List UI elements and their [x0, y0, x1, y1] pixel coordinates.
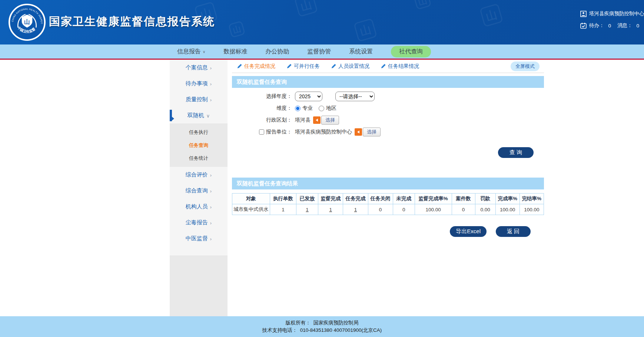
table-row: 城市集中式供水 1 1 1 1 0 0 100.00 0 0.00 100.00… — [232, 204, 544, 215]
cell-link[interactable]: 1 — [306, 207, 309, 212]
nav-item-label: 数据标准 — [223, 48, 247, 56]
message-count[interactable]: 0 — [637, 23, 640, 29]
cell-link[interactable]: 1 — [354, 207, 357, 212]
nav-item-label: 监督协管 — [307, 48, 331, 56]
chevron-right-icon: › — [210, 188, 212, 194]
cell-supervision-done-link[interactable]: 1 — [318, 204, 343, 215]
sidebar-item-comprehensive-query[interactable]: 综合查询› — [170, 183, 228, 199]
sidebar-subitem-task-query[interactable]: 任务查询 — [170, 139, 228, 152]
chevron-right-icon: › — [210, 220, 212, 226]
col-header: 罚款 — [475, 194, 495, 204]
sidebar-item-double-random[interactable]: 双随机∨ — [170, 108, 228, 123]
chevron-right-icon: › — [210, 236, 212, 242]
col-header: 执行单数 — [270, 194, 296, 204]
col-header: 监督完成率% — [415, 194, 452, 204]
chevron-down-icon: ∨ — [203, 50, 205, 54]
sidebar-item-case-info[interactable]: 个案信息› — [170, 60, 228, 76]
fullscreen-mode-button[interactable]: 全屏模式 — [511, 62, 540, 71]
radio-option-profession[interactable]: 专业 — [295, 105, 313, 112]
pencil-icon — [287, 64, 292, 69]
sidebar-item-label: 质量控制 — [186, 96, 208, 103]
report-unit-checkbox[interactable] — [259, 129, 264, 135]
query-button[interactable]: 查 询 — [498, 147, 534, 158]
pencil-icon — [331, 64, 336, 69]
cell-task-done-link[interactable]: 1 — [343, 204, 368, 215]
col-header: 完结率% — [519, 194, 544, 204]
radio-label: 专业 — [302, 105, 313, 112]
radio-label: 地区 — [326, 105, 336, 112]
sidebar-item-comprehensive-eval[interactable]: 综合评价› — [170, 167, 228, 183]
message-label: 消息： — [617, 22, 633, 29]
sidebar-item-label: 中医监督 — [186, 235, 208, 242]
form-row-dimension: 维度： 专业 地区 — [232, 103, 544, 113]
sidebar-item-todo[interactable]: 待办事项› — [170, 76, 228, 92]
main-area: 个案信息› 待办事项› 质量控制› 双随机∨ 任务执行 任务查询 任务统计 综合… — [0, 60, 644, 316]
year-select[interactable]: 2025 — [295, 92, 322, 101]
col-header: 未完成 — [393, 194, 415, 204]
cell-exec-count: 1 — [270, 204, 296, 215]
tab-task-results[interactable]: 任务结果情况 — [381, 63, 419, 70]
nav-item-info-report[interactable]: 信息报告 ∨ — [177, 48, 205, 56]
todo-count[interactable]: 0 — [608, 23, 611, 29]
category-select[interactable]: --请选择-- — [335, 92, 375, 101]
choose-button-label: 选择 — [363, 128, 381, 136]
col-header: 任务关闭 — [368, 194, 393, 204]
export-excel-button[interactable]: 导出Excel — [450, 226, 487, 237]
nav-item-label: 办公协助 — [265, 48, 289, 56]
report-unit-label: 报告单位： — [266, 129, 292, 135]
actions-row: 导出Excel 返 回 — [232, 226, 544, 237]
sidebar-item-dust-poison-report[interactable]: 尘毒报告› — [170, 215, 228, 231]
nav-item-system-settings[interactable]: 系统设置 — [349, 48, 373, 56]
year-label: 选择年度： — [232, 93, 295, 100]
chevron-down-icon: ∨ — [206, 113, 210, 119]
tab-label: 任务结果情况 — [388, 63, 419, 70]
results-panel-header: 双随机监督任务查询结果 — [232, 178, 544, 189]
cell-closure-rate: 100.00 — [519, 204, 544, 215]
seal-emblem-glyph: 山 — [24, 19, 30, 25]
sidebar-item-tcm-supervision[interactable]: 中医监督› — [170, 231, 228, 247]
sidebar-subitem-task-execute[interactable]: 任务执行 — [170, 126, 228, 139]
nav-item-data-standard[interactable]: 数据标准 — [223, 48, 247, 56]
region-radio[interactable] — [319, 106, 324, 111]
nav-item-shedai-query[interactable]: 社代查询 — [391, 46, 431, 57]
header-watermark: 山 — [294, 0, 318, 17]
content-area: 任务完成情况 可并行任务 人员设置情况 任务结果情况 全屏模式 双随机监督任务查… — [232, 60, 544, 237]
tab-parallel-tasks[interactable]: 可并行任务 — [287, 63, 320, 70]
app-title: 国家卫生健康监督信息报告系统 — [49, 14, 215, 29]
report-unit-choose-button[interactable]: 选择 — [355, 128, 381, 136]
radio-option-region[interactable]: 地区 — [319, 105, 336, 112]
cell-issued-link[interactable]: 1 — [296, 204, 318, 215]
nav-item-supervision[interactable]: 监督协管 — [307, 48, 331, 56]
cell-fine: 0.00 — [475, 204, 495, 215]
tab-label: 人员设置情况 — [338, 63, 369, 70]
dimension-label: 维度： — [232, 105, 295, 112]
copyright-value: 国家疾病预防控制局 — [313, 320, 359, 326]
profession-radio[interactable] — [295, 106, 301, 111]
tabs-row: 任务完成情况 可并行任务 人员设置情况 任务结果情况 全屏模式 — [232, 60, 544, 73]
nav-item-label: 信息报告 — [177, 48, 201, 56]
sidebar-item-org-personnel[interactable]: 机构人员› — [170, 199, 228, 215]
col-header: 完成率% — [495, 194, 519, 204]
query-form: 选择年度： 2025 --请选择-- 维度： 专业 — [232, 88, 544, 158]
col-header: 任务完成 — [343, 194, 368, 204]
tab-personnel-settings[interactable]: 人员设置情况 — [331, 63, 369, 70]
sidebar-submenu: 任务执行 任务查询 任务统计 — [170, 123, 228, 167]
sidebar-subitem-task-stats[interactable]: 任务统计 — [170, 152, 228, 165]
report-unit-value: 塔河县疾病预防控制中心 — [295, 129, 352, 135]
region-choose-button[interactable]: 选择 — [313, 116, 339, 125]
sidebar-item-label: 综合查询 — [186, 187, 208, 194]
sidebar-item-quality-control[interactable]: 质量控制› — [170, 92, 228, 108]
col-header: 已发放 — [296, 194, 318, 204]
copyright-line: 版权所有： 国家疾病预防控制局 — [0, 319, 644, 327]
org-name: 塔河县疾病预防控制中心 — [589, 10, 644, 17]
back-button[interactable]: 返 回 — [496, 226, 531, 237]
top-header: 山 山 山 山 山 山 CHINA NATIONAL HEALTH INSPEC… — [0, 0, 644, 44]
tab-task-completion[interactable]: 任务完成情况 — [237, 63, 275, 70]
nav-item-office-assist[interactable]: 办公协助 — [265, 48, 289, 56]
cell-case-count: 0 — [452, 204, 475, 215]
sidebar-item-label: 尘毒报告 — [186, 219, 208, 226]
chevron-right-icon: › — [210, 172, 212, 178]
sidebar-item-label: 双随机 — [187, 112, 204, 119]
user-icon — [580, 11, 587, 17]
cell-link[interactable]: 1 — [329, 207, 332, 212]
